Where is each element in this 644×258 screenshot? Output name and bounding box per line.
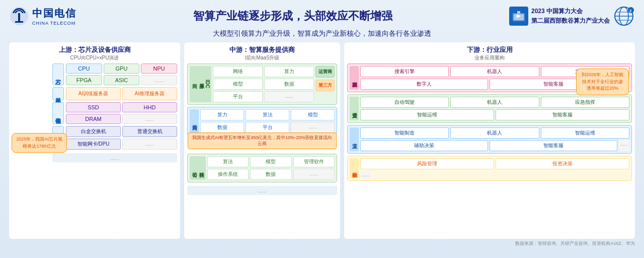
main-title: 智算产业链逐步形成，头部效应不断增强 bbox=[76, 9, 509, 24]
chip-cpu: CPU bbox=[66, 63, 102, 74]
industry-decision: 辅助决策 bbox=[360, 140, 488, 151]
idc-row2: 模型 数据 bbox=[213, 79, 314, 90]
chip-row1: CPU GPU NPU bbox=[66, 63, 177, 74]
storage-row: 存储设备 SSD HHD DRAM ...... bbox=[52, 102, 177, 124]
finance-label: 金融 bbox=[350, 158, 359, 178]
header: 中国电信 CHINA TELECOM 智算产业链逐步形成，头部效应不断增强 20… bbox=[9, 5, 635, 27]
cloud-platform: 平台 bbox=[246, 122, 289, 133]
telecom-logo-icon bbox=[9, 6, 29, 26]
internet-digital: 数字人 bbox=[360, 79, 488, 90]
op-carrier: 运营商 bbox=[315, 66, 335, 78]
transport-group: 交通 自动驾驶 机器人 应急指挥 智能运维 智能客服 bbox=[347, 94, 632, 123]
transport-auto: 自动驾驶 bbox=[360, 97, 449, 108]
storage-row1: SSD HHD bbox=[66, 102, 177, 112]
storage-content: SSD HHD DRAM ...... bbox=[66, 102, 177, 124]
chip-content: CPU GPU NPU FPGA ASIC ...... bbox=[66, 63, 177, 85]
logo-area: 中国电信 CHINA TELECOM bbox=[9, 6, 76, 26]
finance-row1: 风险管理 投资决策 bbox=[360, 158, 629, 169]
chip-dots: ...... bbox=[141, 75, 177, 85]
idc-block: IDC服务商 网络 算力 模型 数据 平台 ...... bbox=[187, 63, 337, 105]
industry-group: 工业 智能制造 机器人 智能运维 辅助决策 智能客服 ...... bbox=[347, 125, 632, 154]
industry-row2: 辅助决策 智能客服 ...... bbox=[360, 140, 629, 151]
internet-search: 搜索引擎 bbox=[360, 66, 449, 77]
cloud-row2: 数据 平台 ...... bbox=[200, 122, 335, 133]
midstream-subtitle: I层向MaaS升级 bbox=[187, 54, 337, 61]
industry-row1: 智能制造 机器人 智能运维 bbox=[360, 127, 629, 139]
upstream-title: 上游：芯片及设备供应商 bbox=[12, 45, 177, 54]
tech-model: 模型 bbox=[250, 156, 291, 167]
tech-row2: 操作系统 数据 ...... bbox=[207, 169, 335, 180]
server-label: 服务器 bbox=[52, 87, 64, 100]
transport-row1: 自动驾驶 机器人 应急指挥 bbox=[360, 97, 629, 108]
industry-dots: ...... bbox=[619, 140, 629, 151]
cloud-compute: 算力 bbox=[200, 109, 244, 120]
industry-label: 工业 bbox=[350, 127, 359, 151]
midstream-section: 中游：智算服务提供商 I层向MaaS升级 IDC服务商 网络 算力 模型 数据 bbox=[184, 42, 340, 239]
net-whitebox: 白盒交换机 bbox=[66, 126, 121, 137]
upstream-header: 上游：芯片及设备供应商 CPU向CPU+xPU演进 bbox=[12, 45, 177, 61]
tech-data: 数据 bbox=[250, 169, 291, 180]
finance-dots: ...... bbox=[360, 171, 371, 178]
storage-label: 存储设备 bbox=[52, 102, 64, 124]
chip-asic: ASIC bbox=[104, 75, 140, 85]
downstream-title: 下游：行业应用 bbox=[347, 45, 632, 54]
tech-os: 操作系统 bbox=[207, 169, 249, 180]
transport-content: 自动驾驶 机器人 应急指挥 智能运维 智能客服 bbox=[360, 97, 629, 120]
storage-ssd: SSD bbox=[66, 102, 121, 112]
svg-rect-1 bbox=[18, 13, 20, 22]
idc-data: 数据 bbox=[264, 79, 314, 90]
upstream-section: 上游：芯片及设备供应商 CPU向CPU+xPU演进 2025年，我国AI芯片规模… bbox=[9, 42, 180, 239]
sub-title: 大模型引领算力产业升级，智算成为产业新核心，加速向各行各业渗透 bbox=[9, 29, 635, 38]
op-third: 第三方 bbox=[315, 80, 335, 91]
industry-robot: 机器人 bbox=[450, 127, 539, 139]
svg-rect-2 bbox=[15, 21, 23, 23]
storage-hhd: HHD bbox=[122, 102, 177, 112]
chip-fpga: FPGA bbox=[66, 75, 102, 85]
logo-text-area: 中国电信 CHINA TELECOM bbox=[32, 7, 76, 26]
content-area: 上游：芯片及设备供应商 CPU向CPU+xPU演进 2025年，我国AI芯片规模… bbox=[9, 42, 635, 239]
svg-text:2: 2 bbox=[629, 9, 632, 13]
server-items: AI训练服务器 AI推理服务器 bbox=[66, 87, 177, 100]
industry-ops: 智能运维 bbox=[541, 127, 629, 139]
industry-service: 智能客服 bbox=[490, 140, 617, 151]
idc-op-right: 运营商 第三方 bbox=[315, 66, 335, 102]
transport-robot: 机器人 bbox=[450, 97, 539, 108]
tech-label: 科技公司 bbox=[190, 156, 206, 180]
conference-area: 2023 中国算力大会 第二届西部数谷算力产业大会 2 bbox=[509, 5, 635, 27]
conference-icon bbox=[509, 7, 528, 26]
storage-dram: DRAM bbox=[66, 114, 121, 124]
downstream-subtitle: 业务应用重构 bbox=[347, 54, 632, 61]
server-content: AI训练服务器 AI推理服务器 bbox=[66, 87, 177, 100]
chip-label: 芯片 bbox=[52, 63, 64, 85]
upstream-bottom-dots: ...... bbox=[52, 153, 177, 162]
transport-service: 智能客服 bbox=[496, 109, 629, 120]
cloud-row1: 算力 算法 模型 bbox=[200, 109, 335, 120]
idc-content: 网络 算力 模型 数据 平台 ...... bbox=[213, 66, 314, 102]
tech-software: 管理软件 bbox=[293, 156, 335, 167]
tech-row1: 算法 模型 管理软件 bbox=[207, 156, 335, 167]
internet-robot: 机器人 bbox=[450, 66, 539, 77]
cloud-dots: ...... bbox=[291, 122, 335, 133]
idc-compute: 算力 bbox=[264, 66, 314, 77]
chip-row2: FPGA ASIC ...... bbox=[66, 75, 177, 85]
midstream-bottom-dots: ...... bbox=[187, 186, 337, 195]
cloud-block: 云商 算力 算法 模型 数据 平台 ...... bbox=[187, 107, 337, 136]
transport-label: 交通 bbox=[350, 97, 359, 120]
finance-row2: ...... bbox=[360, 171, 629, 178]
upstream-content: 芯片 CPU GPU NPU FPGA ASIC ...... bbox=[52, 63, 177, 162]
transport-emergency: 应急指挥 bbox=[541, 97, 629, 108]
conference-text: 2023 中国算力大会 第二届西部数谷算力产业大会 bbox=[531, 7, 610, 26]
tech-algo: 算法 bbox=[207, 156, 249, 167]
chip-npu: NPU bbox=[141, 63, 177, 74]
idc-row3: 平台 ...... bbox=[213, 91, 314, 102]
downstream-section: 下游：行业应用 业务应用重构 到2026年，人工智能技术对于全行业的渗透率将超过… bbox=[344, 42, 635, 239]
internet-label: 互联网 bbox=[350, 66, 359, 90]
net-dots: ...... bbox=[122, 139, 177, 150]
net-normal: 普通交换机 bbox=[122, 126, 177, 137]
server-infer: AI推理服务器 bbox=[122, 87, 177, 100]
upstream-subtitle: CPU向CPU+xPU演进 bbox=[12, 54, 177, 61]
logo-cn-text: 中国电信 bbox=[32, 7, 76, 20]
cloud-label: 云商 bbox=[190, 109, 199, 133]
idc-network: 网络 bbox=[213, 66, 263, 77]
idc-label: IDC服务商 bbox=[190, 66, 211, 102]
